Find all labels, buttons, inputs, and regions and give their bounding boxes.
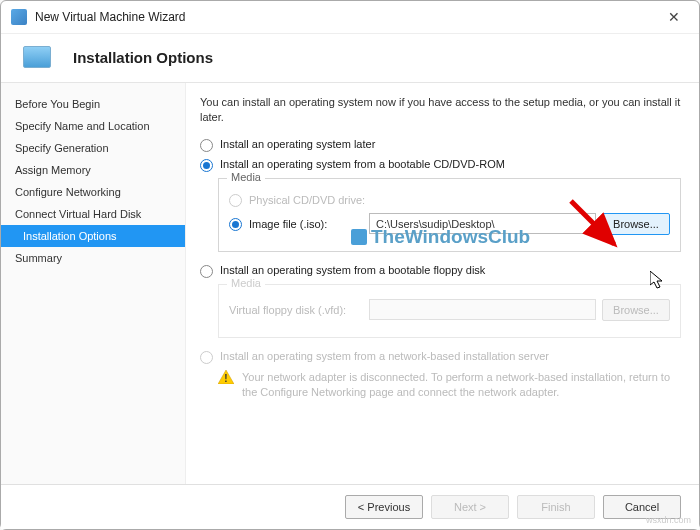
radio-install-cd[interactable] bbox=[200, 159, 213, 172]
wizard-content: You can install an operating system now … bbox=[186, 83, 699, 484]
label-install-later: Install an operating system later bbox=[220, 138, 375, 150]
floppy-fieldset: Media Virtual floppy disk (.vfd): Browse… bbox=[218, 284, 681, 338]
app-icon bbox=[11, 9, 27, 25]
media-legend: Media bbox=[227, 171, 265, 183]
sidebar-item-summary[interactable]: Summary bbox=[1, 247, 185, 269]
sidebar-item-installation-options[interactable]: Installation Options bbox=[1, 225, 185, 247]
image-credit: wsxdn.com bbox=[646, 515, 691, 525]
radio-install-later[interactable] bbox=[200, 139, 213, 152]
row-physical-drive: Physical CD/DVD drive: bbox=[229, 193, 670, 207]
sidebar-item-specify-generation[interactable]: Specify Generation bbox=[1, 137, 185, 159]
label-install-floppy: Install an operating system from a boota… bbox=[220, 264, 485, 276]
intro-text: You can install an operating system now … bbox=[200, 95, 681, 126]
browse-iso-button[interactable]: Browse... bbox=[602, 213, 670, 235]
sidebar-item-specify-name[interactable]: Specify Name and Location bbox=[1, 115, 185, 137]
media-fieldset: Media Physical CD/DVD drive: Image file … bbox=[218, 178, 681, 252]
radio-install-network bbox=[200, 351, 213, 364]
option-install-cd[interactable]: Install an operating system from a boota… bbox=[200, 158, 681, 172]
header-icon bbox=[23, 46, 51, 68]
network-warning: ! Your network adapter is disconnected. … bbox=[218, 370, 681, 401]
radio-iso[interactable] bbox=[229, 218, 242, 231]
option-install-network: Install an operating system from a netwo… bbox=[200, 350, 681, 364]
window-title: New Virtual Machine Wizard bbox=[35, 10, 659, 24]
titlebar: New Virtual Machine Wizard ✕ bbox=[1, 1, 699, 34]
sidebar-item-before-you-begin[interactable]: Before You Begin bbox=[1, 93, 185, 115]
radio-physical-drive bbox=[229, 194, 242, 207]
label-physical-drive: Physical CD/DVD drive: bbox=[249, 194, 365, 206]
option-install-later[interactable]: Install an operating system later bbox=[200, 138, 681, 152]
wizard-body: Before You Begin Specify Name and Locati… bbox=[1, 82, 699, 484]
wizard-header: Installation Options bbox=[1, 34, 699, 82]
close-button[interactable]: ✕ bbox=[659, 9, 689, 25]
label-floppy-file: Virtual floppy disk (.vfd): bbox=[229, 304, 346, 316]
network-warning-text: Your network adapter is disconnected. To… bbox=[242, 370, 681, 401]
floppy-path-input bbox=[369, 299, 596, 320]
finish-button: Finish bbox=[517, 495, 595, 519]
sidebar-item-assign-memory[interactable]: Assign Memory bbox=[1, 159, 185, 181]
iso-path-input[interactable] bbox=[369, 213, 596, 234]
label-install-cd: Install an operating system from a boota… bbox=[220, 158, 505, 170]
label-install-network: Install an operating system from a netwo… bbox=[220, 350, 549, 362]
radio-install-floppy[interactable] bbox=[200, 265, 213, 278]
row-iso: Image file (.iso): Browse... bbox=[229, 213, 670, 235]
svg-text:!: ! bbox=[224, 373, 227, 384]
option-install-floppy[interactable]: Install an operating system from a boota… bbox=[200, 264, 681, 278]
row-floppy: Virtual floppy disk (.vfd): Browse... bbox=[229, 299, 670, 321]
wizard-window: New Virtual Machine Wizard ✕ Installatio… bbox=[0, 0, 700, 530]
next-button: Next > bbox=[431, 495, 509, 519]
warning-icon: ! bbox=[218, 370, 234, 384]
sidebar-item-connect-vhd[interactable]: Connect Virtual Hard Disk bbox=[1, 203, 185, 225]
label-iso: Image file (.iso): bbox=[249, 218, 327, 230]
floppy-legend: Media bbox=[227, 277, 265, 289]
previous-button[interactable]: < Previous bbox=[345, 495, 423, 519]
browse-floppy-button: Browse... bbox=[602, 299, 670, 321]
wizard-footer: < Previous Next > Finish Cancel bbox=[1, 484, 699, 529]
sidebar-item-configure-networking[interactable]: Configure Networking bbox=[1, 181, 185, 203]
page-title: Installation Options bbox=[73, 49, 213, 66]
wizard-steps-sidebar: Before You Begin Specify Name and Locati… bbox=[1, 83, 186, 484]
